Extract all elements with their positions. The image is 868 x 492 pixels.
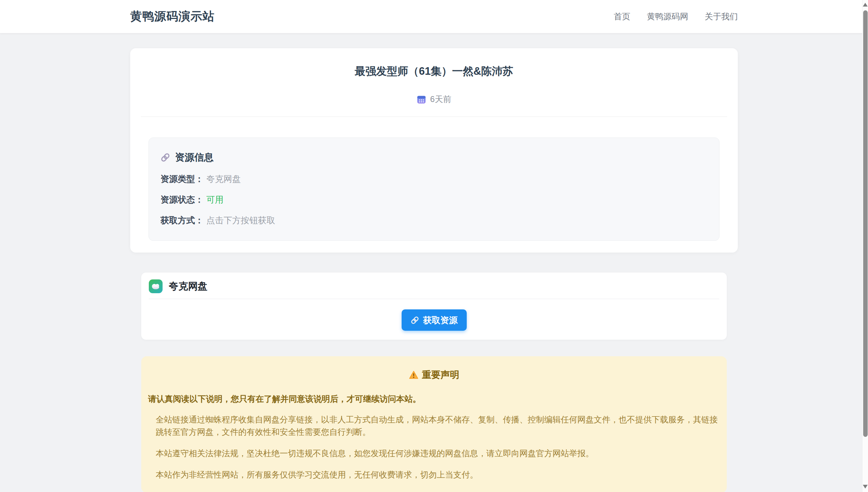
resource-status-label: 资源状态： <box>161 195 204 204</box>
notice-paragraph-1: 全站链接通过蜘蛛程序收集自网盘分享链接，以非人工方式自动生成，网站本身不储存、复… <box>156 413 720 438</box>
resource-status-value: 可用 <box>206 195 224 204</box>
notice-intro: 请认真阅读以下说明，您只有在了解并同意该说明后，才可继续访问本站。 <box>148 393 720 404</box>
download-card: 夸克网盘 获取资源 <box>141 273 727 340</box>
site-title[interactable]: 黄鸭源码演示站 <box>130 9 215 24</box>
scroll-down-arrow-icon[interactable] <box>863 485 868 489</box>
quark-cloud-icon <box>149 279 163 293</box>
resource-type-row: 资源类型：夸克网盘 <box>161 173 707 185</box>
link-icon <box>161 153 170 162</box>
link-icon <box>411 316 419 325</box>
provider-name: 夸克网盘 <box>169 280 207 293</box>
resource-method-label: 获取方式： <box>161 215 204 225</box>
divider <box>141 116 727 117</box>
main-nav: 首页 黄鸭源码网 关于我们 <box>614 11 738 22</box>
calendar-icon <box>417 95 426 104</box>
notice-paragraph-3: 本站作为非经营性网站，所有服务仅供学习交流使用，无任何收费请求，切勿上当支付。 <box>156 469 720 481</box>
vertical-scrollbar <box>862 0 868 492</box>
warning-icon <box>409 370 418 379</box>
publish-date-row: 6天前 <box>141 94 727 105</box>
page-title: 最强发型师（61集）一然&陈沛苏 <box>141 64 727 79</box>
top-navigation-bar: 黄鸭源码演示站 首页 黄鸭源码网 关于我们 <box>0 0 868 33</box>
nav-item-home[interactable]: 首页 <box>614 11 630 22</box>
resource-type-label: 资源类型： <box>161 174 204 184</box>
resource-method-value: 点击下方按钮获取 <box>206 215 275 225</box>
notice-paragraph-2: 本站遵守相关法律法规，坚决杜绝一切违规不良信息，如您发现任何涉嫌违规的网盘信息，… <box>156 447 720 460</box>
resource-type-value: 夸克网盘 <box>206 174 241 184</box>
nav-item-about[interactable]: 关于我们 <box>705 11 738 22</box>
get-resource-button[interactable]: 获取资源 <box>402 309 467 331</box>
resource-info-heading: 资源信息 <box>175 151 214 164</box>
scrollbar-thumb[interactable] <box>863 10 868 437</box>
publish-date: 6天前 <box>430 94 451 105</box>
resource-method-row: 获取方式：点击下方按钮获取 <box>161 215 707 226</box>
important-notice-box: 重要声明 请认真阅读以下说明，您只有在了解并同意该说明后，才可继续访问本站。 全… <box>141 356 727 492</box>
nav-item-source-site[interactable]: 黄鸭源码网 <box>647 11 688 22</box>
article-card: 最强发型师（61集）一然&陈沛苏 6天前 <box>130 48 738 253</box>
notice-heading: 重要声明 <box>422 369 459 381</box>
resource-info-box: 资源信息 资源类型：夸克网盘 资源状态：可用 获取方式：点击下方按钮获取 <box>148 137 720 241</box>
resource-status-row: 资源状态：可用 <box>161 194 707 205</box>
scroll-up-arrow-icon[interactable] <box>863 3 868 7</box>
get-resource-label: 获取资源 <box>423 315 458 326</box>
